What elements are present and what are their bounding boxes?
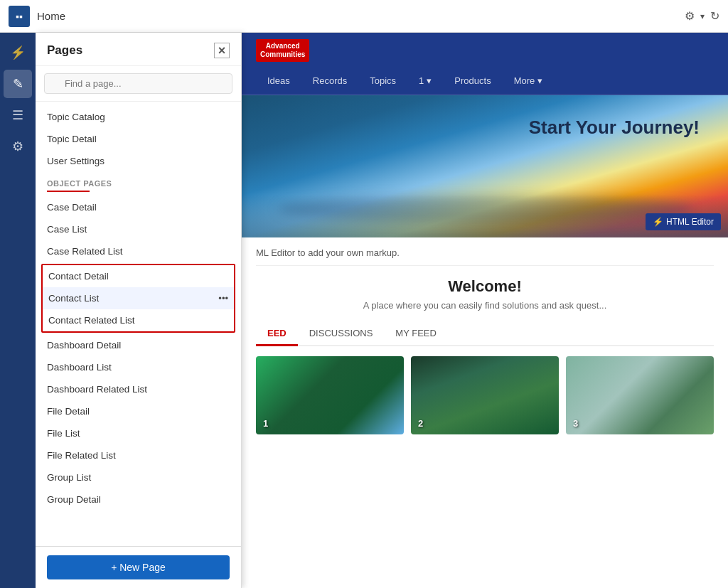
image-card-3: 3	[566, 356, 714, 434]
pages-search-area: 🔍	[36, 66, 241, 102]
list-item[interactable]: Dashboard Detail	[36, 334, 241, 356]
content-body: ML Editor to add your own markup. Welcom…	[242, 237, 728, 588]
list-item[interactable]: User Settings	[36, 150, 241, 172]
page-item-label: File Related List	[47, 450, 116, 461]
page-item-label: Dashboard Related List	[47, 384, 147, 395]
page-item-label: Dashboard Detail	[47, 340, 121, 351]
pages-panel-close-button[interactable]: ×	[214, 43, 230, 58]
app-logo: ▪▪	[9, 6, 30, 27]
new-page-button[interactable]: + New Page	[47, 555, 230, 579]
nav-label-records: Records	[313, 75, 347, 86]
site-header: Advanced Communities	[242, 33, 728, 68]
page-item-label: Topic Catalog	[47, 112, 105, 122]
list-item[interactable]: File List	[36, 422, 241, 444]
tab-feed-label: EED	[267, 328, 287, 338]
search-wrapper: 🔍	[44, 73, 232, 94]
image-grid: 1 2 3	[256, 356, 714, 434]
html-editor-label: HTML Editor	[666, 217, 714, 227]
search-input[interactable]	[44, 73, 232, 94]
page-item-label: Dashboard List	[47, 362, 112, 373]
nav-label-products: Products	[454, 75, 491, 86]
object-pages-section-label: OBJECT PAGES	[36, 172, 241, 191]
page-item-label: Topic Detail	[47, 134, 97, 144]
list-item-contact-detail[interactable]: Contact Detail	[43, 265, 234, 287]
site-logo: Advanced Communities	[256, 39, 309, 62]
main-layout: ⚡ ✎ ☰ ⚙ Pages × 🔍 Topic Catalog	[0, 33, 728, 588]
hero-title: Start Your Journey!	[529, 117, 700, 139]
pages-list: Topic Catalog Topic Detail User Settings…	[36, 102, 241, 546]
tab-discussions[interactable]: DISCUSSIONS	[298, 322, 385, 346]
list-item[interactable]: Topic Detail	[36, 128, 241, 150]
list-item-contact-list[interactable]: Contact List •••	[43, 287, 234, 309]
page-item-label: Contact Related List	[48, 315, 135, 326]
list-item[interactable]: Group Detail	[36, 488, 241, 511]
list-item[interactable]: Case List	[36, 218, 241, 240]
page-item-label: Case List	[47, 224, 87, 235]
feed-tabs: EED DISCUSSIONS MY FEED	[256, 322, 714, 346]
edit-icon: ✎	[13, 76, 23, 92]
image-card-1: 1	[256, 356, 404, 434]
list-item-contact-related-list[interactable]: Contact Related List	[43, 309, 234, 331]
site-nav: Ideas Records Topics 1 ▾ Products More ▾	[242, 68, 728, 95]
tab-feed[interactable]: EED	[256, 322, 298, 346]
tab-discussions-label: DISCUSSIONS	[309, 328, 373, 338]
pages-panel-title: Pages	[47, 43, 82, 58]
gear-icon: ⚙	[12, 139, 23, 154]
nav-item-products[interactable]: Products	[443, 68, 502, 95]
sidebar-item-list[interactable]: ☰	[4, 101, 32, 129]
tab-my-feed-label: MY FEED	[395, 328, 437, 338]
nav-label-more: More	[514, 75, 535, 86]
list-item[interactable]: Dashboard List	[36, 356, 241, 378]
more-dots-icon[interactable]: •••	[218, 293, 228, 304]
lightning-editor-icon: ⚡	[653, 217, 663, 227]
lightning-icon: ⚡	[10, 45, 26, 60]
settings-icon[interactable]: ⚙	[685, 9, 695, 23]
nav-item-topics[interactable]: Topics	[358, 68, 407, 95]
page-title: Home	[37, 10, 678, 22]
page-item-label: File List	[47, 428, 80, 439]
pages-panel: Pages × 🔍 Topic Catalog Topic Detail Use…	[36, 33, 242, 588]
list-item[interactable]: File Related List	[36, 444, 241, 466]
image-card-2: 2	[411, 356, 559, 434]
nav-item-more[interactable]: More ▾	[503, 68, 555, 95]
welcome-title: Welcome!	[256, 277, 714, 296]
left-sidebar: ⚡ ✎ ☰ ⚙	[0, 33, 36, 588]
list-item[interactable]: File Detail	[36, 400, 241, 422]
image-number-3: 3	[573, 418, 578, 429]
refresh-icon[interactable]: ↻	[710, 9, 719, 23]
selected-contact-group: Contact Detail Contact List ••• Contact …	[41, 264, 235, 333]
page-item-label: Case Related List	[47, 246, 123, 257]
list-item[interactable]: Case Detail	[36, 196, 241, 218]
sidebar-item-gear[interactable]: ⚙	[4, 132, 32, 161]
welcome-subtitle: A place where you can easily find soluti…	[256, 300, 714, 311]
html-editor-button[interactable]: ⚡ HTML Editor	[646, 213, 721, 230]
page-item-label: Group Detail	[47, 494, 101, 505]
sidebar-item-edit[interactable]: ✎	[4, 70, 32, 98]
pages-panel-header: Pages ×	[36, 33, 241, 66]
list-item[interactable]: Dashboard Related List	[36, 378, 241, 400]
section-divider	[47, 191, 90, 192]
dropdown-icon[interactable]: ▾	[700, 11, 705, 21]
list-item[interactable]: Case Related List	[36, 240, 241, 262]
hero-section: Start Your Journey! ⚡ HTML Editor	[242, 95, 728, 237]
list-item[interactable]: Topic Catalog	[36, 106, 241, 128]
top-bar: ▪▪ Home ⚙ ▾ ↻	[0, 0, 728, 33]
tab-my-feed[interactable]: MY FEED	[384, 322, 448, 346]
page-item-label: Contact List	[48, 293, 99, 304]
sidebar-item-lightning[interactable]: ⚡	[4, 38, 32, 67]
list-item[interactable]: Group List	[36, 466, 241, 488]
page-item-label: Case Detail	[47, 202, 97, 213]
top-bar-actions: ⚙ ▾ ↻	[685, 9, 719, 23]
image-number-2: 2	[418, 418, 423, 429]
content-area: Advanced Communities Ideas Records Topic…	[242, 33, 728, 588]
page-item-label: File Detail	[47, 406, 90, 417]
list-icon: ☰	[12, 107, 23, 123]
nav-label-ideas: Ideas	[267, 75, 290, 86]
image-number-1: 1	[263, 418, 268, 429]
nav-item-records[interactable]: Records	[301, 68, 358, 95]
pages-footer: + New Page	[36, 546, 241, 588]
editor-note: ML Editor to add your own markup.	[256, 247, 714, 266]
nav-dropdown-icon: ▾	[427, 75, 432, 86]
nav-item-ideas[interactable]: Ideas	[256, 68, 301, 95]
nav-item-1[interactable]: 1 ▾	[407, 68, 443, 95]
